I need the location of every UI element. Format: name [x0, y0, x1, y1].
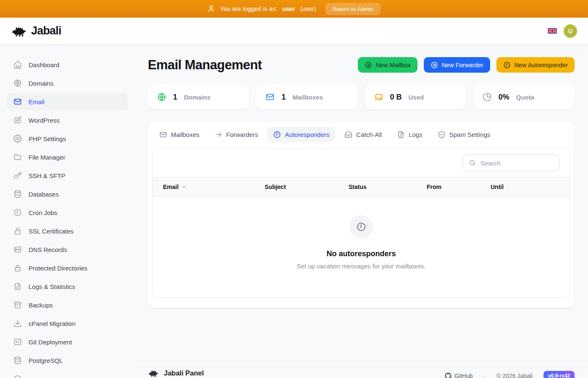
page-actions: New Mailbox New Forwarder New Autorespon…	[358, 57, 575, 73]
arrow-right-circle-icon	[430, 61, 438, 69]
sidebar-item-label: PostgreSQL	[29, 357, 63, 364]
footer: Jabali Panel GitHub · © 2026 Jabali v0.9…	[134, 360, 588, 378]
globe-icon	[13, 79, 22, 87]
code-icon	[13, 338, 22, 346]
inbox-icon	[344, 131, 352, 139]
sidebar-item-label: SSH & SFTP	[29, 172, 66, 179]
database-icon	[13, 356, 22, 365]
sidebar-item-dashboard[interactable]: Dashboard	[7, 56, 128, 73]
sidebar-item-protected-directories[interactable]: Protected Directories	[7, 260, 128, 276]
email-panel: Mailboxes Forwarders Autoresponders Catc…	[148, 122, 575, 308]
stat-label: Mailboxes	[292, 94, 323, 101]
column-header-status: Status	[349, 184, 427, 190]
sidebar-item-label: Logs & Statistics	[29, 283, 75, 290]
app-header: Jabali U	[0, 18, 588, 45]
stat-label: Domains	[184, 94, 210, 101]
stat-value: 0 B	[390, 93, 402, 102]
tab-catch-all[interactable]: Catch-All	[339, 127, 388, 142]
sidebar-item-label: PHP Settings	[29, 135, 66, 142]
footer-copyright: © 2026 Jabali	[496, 373, 533, 378]
new-autoresponder-button[interactable]: New Autoresponder	[496, 57, 575, 73]
sidebar-item-file-manager[interactable]: File Manager	[7, 149, 128, 165]
sidebar-item-postgresql[interactable]: PostgreSQL	[7, 352, 128, 369]
sidebar-item-backups[interactable]: Backups	[7, 297, 128, 313]
sidebar-item-cpanel-migration[interactable]: cPanel Migration	[7, 315, 128, 332]
stat-cards: 1 Domains 1 Mailboxes 0 B Used 0% Quota	[148, 84, 575, 110]
sidebar-item-label: Domains	[29, 80, 53, 87]
table-header: Email Subject Status From Un	[153, 177, 570, 197]
tab-spam-settings[interactable]: Spam Settings	[432, 127, 496, 142]
sidebar-item-cron-jobs[interactable]: Cron Jobs	[7, 204, 128, 221]
new-forwarder-button[interactable]: New Forwarder	[424, 57, 490, 73]
column-header-from: From	[427, 184, 491, 190]
clock-icon	[356, 222, 366, 232]
sidebar-item-label: Dashboard	[29, 61, 59, 68]
mail-icon	[265, 92, 275, 102]
sidebar: Dashboard Domains Email WordPress PHP Se…	[0, 45, 134, 378]
email-tabs: Mailboxes Forwarders Autoresponders Catc…	[152, 126, 570, 147]
github-icon	[445, 373, 452, 378]
language-flag-uk-icon[interactable]	[548, 28, 557, 34]
sidebar-item-dns-records[interactable]: DNS Records	[7, 241, 128, 258]
file-text-icon	[397, 131, 405, 139]
footer-brand: Jabali Panel	[164, 369, 204, 377]
sidebar-item-label: Backups	[29, 302, 53, 309]
sidebar-item-label: Cron Jobs	[29, 209, 57, 216]
sidebar-item-label: WordPress	[29, 117, 60, 124]
sidebar-item-domains[interactable]: Domains	[7, 75, 128, 92]
login-role: (user)	[300, 5, 316, 12]
stat-card-mailboxes: 1 Mailboxes	[256, 84, 357, 110]
sidebar-item-git-deployment[interactable]: Git Deployment	[7, 333, 128, 350]
search-box	[463, 155, 559, 171]
stat-value: 0%	[499, 93, 509, 102]
impersonation-banner: You are logged in as: user (user) Return…	[0, 0, 588, 18]
main-content: Email Management New Mailbox New Forward…	[134, 45, 588, 378]
clock-icon	[503, 61, 511, 69]
mail-icon	[159, 131, 167, 139]
column-header-subject: Subject	[265, 184, 349, 190]
brand[interactable]: Jabali	[11, 24, 61, 37]
search-input[interactable]	[480, 160, 554, 167]
autoresponders-table: Email Subject Status From Un	[152, 148, 570, 298]
mail-icon	[13, 97, 22, 106]
sidebar-item-wordpress[interactable]: WordPress	[7, 112, 128, 129]
sidebar-item-item[interactable]	[7, 370, 128, 378]
footer-separator: ·	[483, 373, 486, 378]
tab-forwarders[interactable]: Forwarders	[209, 127, 264, 142]
sidebar-item-label: SSL Certificates	[29, 228, 74, 235]
column-header-email[interactable]: Email	[163, 184, 265, 190]
return-to-admin-button[interactable]: Return to Admin	[326, 3, 381, 15]
sidebar-item-ssl-certificates[interactable]: SSL Certificates	[7, 223, 128, 239]
lock-icon	[13, 264, 22, 272]
sidebar-item-label: cPanel Migration	[29, 320, 76, 327]
login-message: You are logged in as:	[220, 5, 277, 12]
sidebar-item-label: Git Deployment	[29, 339, 72, 346]
sidebar-item-logs-statistics[interactable]: Logs & Statistics	[7, 278, 128, 295]
sidebar-item-label: Email	[29, 98, 45, 105]
user-avatar[interactable]: U	[564, 24, 577, 38]
login-username: user	[282, 5, 295, 12]
pie-icon	[483, 92, 492, 102]
tab-autoresponders[interactable]: Autoresponders	[267, 127, 335, 142]
stat-card-domains: 1 Domains	[148, 84, 249, 110]
archive-icon	[13, 301, 22, 309]
sidebar-item-ssh-sftp[interactable]: SSH & SFTP	[7, 167, 128, 184]
home-icon	[13, 60, 22, 69]
sidebar-item-label: File Manager	[29, 154, 66, 161]
sidebar-item-label: Databases	[29, 191, 59, 198]
sidebar-item-php-settings[interactable]: PHP Settings	[7, 130, 128, 147]
sidebar-item-databases[interactable]: Databases	[7, 186, 128, 202]
plus-circle-icon	[365, 61, 372, 69]
folder-icon	[13, 153, 22, 161]
chevron-down-icon	[181, 184, 187, 190]
file-text-icon	[13, 282, 22, 291]
sidebar-item-label: DNS Records	[29, 246, 67, 253]
stat-card-used: 0 B Used	[365, 84, 466, 110]
brand-name: Jabali	[31, 24, 61, 37]
sidebar-item-email[interactable]: Email	[7, 93, 128, 110]
new-mailbox-button[interactable]: New Mailbox	[358, 57, 417, 73]
github-link[interactable]: GitHub	[445, 373, 473, 378]
tab-logs[interactable]: Logs	[391, 127, 428, 142]
tab-mailboxes[interactable]: Mailboxes	[153, 127, 205, 142]
search-icon	[469, 159, 476, 167]
